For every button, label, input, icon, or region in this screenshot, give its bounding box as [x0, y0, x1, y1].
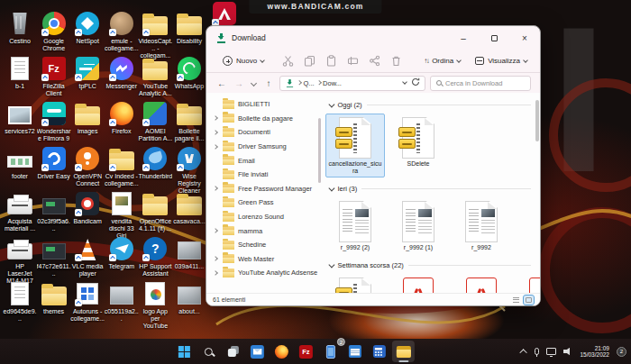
- group-header[interactable]: Ieri (3): [329, 182, 531, 195]
- desktop-icon-filezilla-client[interactable]: Fz FileZilla Client: [37, 56, 71, 97]
- desktop-icon-f47c72e611[interactable]: f47c72e611...: [37, 236, 71, 278]
- file-item-pdf[interactable]: PDF: [452, 274, 511, 293]
- desktop-icon-videoscapt-collegam[interactable]: VideosCapt... - collegam...: [138, 11, 172, 59]
- desktop-icon-casavaca[interactable]: casavaca...: [172, 191, 206, 225]
- breadcrumb[interactable]: Q...Dow...: [279, 76, 425, 91]
- sidebar-item-green-pass[interactable]: Green Pass: [206, 196, 322, 210]
- speaker-icon[interactable]: [563, 348, 572, 356]
- cut-icon[interactable]: [282, 55, 294, 67]
- rename-icon[interactable]: [347, 55, 359, 67]
- search-input[interactable]: [445, 79, 525, 87]
- search-box[interactable]: [430, 76, 531, 91]
- sidebar-item-file-inviati[interactable]: File inviati: [206, 168, 322, 182]
- taskbar-icon-explorer[interactable]: [392, 341, 415, 362]
- file-item-r-9992-1[interactable]: r_9992 (1): [389, 197, 448, 254]
- address-chevron-icon[interactable]: [402, 79, 407, 85]
- microphone-icon[interactable]: [535, 348, 539, 355]
- file-item-pdf[interactable]: PDF: [389, 274, 448, 293]
- desktop-icon-footer[interactable]: footer: [3, 146, 37, 180]
- taskbar-icon-search[interactable]: [197, 341, 220, 362]
- taskbar-icon-calendar[interactable]: [343, 341, 366, 362]
- breadcrumb-segment-dow[interactable]: Dow...: [323, 79, 342, 87]
- sidebar-item-free-password-manager[interactable]: Free Password Manager: [206, 182, 322, 196]
- desktop-icon-vlc-media-player[interactable]: VLC media player: [70, 236, 105, 278]
- close-button[interactable]: ×: [509, 26, 540, 50]
- taskbar-icon-start[interactable]: [173, 341, 196, 362]
- chevron-right-icon[interactable]: [213, 187, 218, 192]
- file-item-pdf[interactable]: PDF: [515, 274, 540, 293]
- sidebar-item-documenti[interactable]: Documenti: [206, 125, 322, 140]
- notification-badge[interactable]: 2: [617, 347, 626, 357]
- refresh-icon[interactable]: [411, 77, 420, 88]
- desktop-icon-bollette-pagare-il[interactable]: Bollette pagare il...: [172, 101, 206, 142]
- group-header[interactable]: Oggi (2): [329, 98, 531, 111]
- desktop-icon-youtube-analytic-a[interactable]: YouTube Analytic A...: [138, 56, 172, 97]
- taskbar-icon-mail[interactable]: [246, 341, 269, 362]
- sidebar-item-mamma[interactable]: mamma: [206, 223, 322, 238]
- desktop-icon-emule-collegame[interactable]: emule - collegame...: [105, 11, 139, 52]
- desktop-icon-hp-laserjet-m14-m17[interactable]: HP LaserJet M14-M17: [3, 236, 37, 285]
- group-header[interactable]: Settimana scorsa (22): [329, 259, 531, 271]
- files-scrollbar[interactable]: [535, 100, 539, 141]
- clock[interactable]: 21:09 15/03/2022: [580, 345, 609, 359]
- minimize-button[interactable]: –: [448, 26, 479, 50]
- desktop-icon-messenger[interactable]: Messenger: [105, 56, 139, 90]
- desktop-icon-vendita-dischi-33-giri[interactable]: vendita dischi 33 Giri: [105, 191, 139, 240]
- desktop-icon-openoffice-4-1-11-it[interactable]: OpenOffice 4.1.11 (it) ...: [138, 191, 172, 232]
- desktop-icon-netspot[interactable]: NetSpot: [70, 11, 105, 45]
- chevron-right-icon[interactable]: [213, 130, 218, 135]
- desktop-icon-02c3f9f5a6[interactable]: 02c3f9f5a6...: [37, 191, 71, 232]
- sort-button[interactable]: ↑↓ Ordina: [418, 54, 466, 68]
- desktop-icon-disability[interactable]: Disability: [172, 11, 206, 45]
- forward-button[interactable]: →: [233, 78, 245, 88]
- desktop-icon-acrobat[interactable]: [207, 1, 242, 26]
- desktop-icon-autoruns-collegame[interactable]: Autoruns - collegame...: [70, 281, 105, 323]
- desktop-icon-ed9645de9[interactable]: ed9645de9...: [3, 281, 37, 323]
- sidebar-scrollbar[interactable]: [318, 118, 321, 183]
- sidebar-item-web-master[interactable]: Web Master: [206, 252, 322, 267]
- desktop-icon-wise-registry-cleaner[interactable]: Wise Registry Cleaner: [172, 146, 206, 195]
- desktop-icon-bandicam[interactable]: Bandicam: [70, 191, 105, 225]
- taskbar-icon-taskview[interactable]: [222, 341, 244, 362]
- up-button[interactable]: ↑: [262, 78, 275, 88]
- desktop-icon-acquista-materiali[interactable]: Acquista materiali ...: [3, 191, 37, 232]
- new-button[interactable]: Nuovo: [217, 53, 270, 68]
- recent-locations-chevron[interactable]: [251, 79, 257, 86]
- file-item-r-9992[interactable]: r_9992: [452, 197, 511, 254]
- file-item-sdelete[interactable]: SDelete: [389, 114, 448, 170]
- desktop-icon-wondershare-filmora-9[interactable]: Wondershare Filmora 9: [37, 101, 71, 142]
- taskbar-icon-calculator[interactable]: [368, 341, 390, 362]
- large-icons-view-toggle[interactable]: [524, 296, 534, 305]
- desktop-icon-openvpn-connect[interactable]: OpenVPN Connect: [70, 146, 105, 187]
- desktop-icon-tpplc[interactable]: tpPLC: [70, 56, 105, 90]
- desktop-icon-hp-support-assistant[interactable]: ? HP Support Assistant: [138, 236, 172, 278]
- taskbar-icon-firefox[interactable]: [270, 341, 293, 362]
- desktop-icon-whatsapp[interactable]: WhatsApp: [172, 56, 206, 90]
- desktop-icon-039a411[interactable]: 039a411...: [172, 236, 206, 270]
- sidebar-item-schedine[interactable]: Schedine: [206, 238, 322, 252]
- desktop-icon-c055119a2[interactable]: c055119a2...: [105, 281, 139, 323]
- sidebar-item-biglietti[interactable]: BIGLIETTI: [206, 97, 322, 112]
- sidebar-item-email[interactable]: Email: [206, 153, 322, 168]
- window-titlebar[interactable]: Download – ×: [206, 26, 540, 50]
- file-item-cancellazione-sicura[interactable]: cancellazione_sicura: [325, 114, 385, 177]
- desktop-icon-about[interactable]: about...: [172, 281, 206, 315]
- share-icon[interactable]: [369, 55, 380, 67]
- sidebar-item-lorenzo-sound[interactable]: Lorenzo Sound: [206, 210, 322, 224]
- file-item-r-9992-2[interactable]: r_9992 (2): [325, 197, 385, 254]
- copy-icon[interactable]: [304, 55, 316, 67]
- maximize-button[interactable]: [479, 26, 509, 50]
- sidebar-item-youtube-analytic-adsense[interactable]: YouTube Analytic Adsense: [206, 266, 322, 280]
- breadcrumb-segment-q[interactable]: Q...: [304, 79, 315, 87]
- desktop-icon-driver-easy[interactable]: Driver Easy: [37, 146, 71, 180]
- sidebar-item-driver-samsung[interactable]: Driver Samsung: [206, 140, 322, 154]
- chevron-right-icon[interactable]: [213, 256, 218, 261]
- desktop-icon-firefox[interactable]: Firefox: [105, 101, 139, 135]
- taskbar-icon-phone[interactable]: 2: [319, 341, 342, 362]
- view-button[interactable]: Visualizza: [470, 54, 533, 68]
- desktop-icon-google-chrome[interactable]: Google Chrome: [37, 11, 71, 52]
- desktop-icon-logo-app-per-youtube[interactable]: logo App per YouTube: [138, 281, 172, 330]
- more-options-button[interactable]: ···: [536, 54, 541, 68]
- desktop-icon-b-1[interactable]: b-1: [3, 56, 37, 90]
- details-view-toggle[interactable]: [511, 296, 521, 305]
